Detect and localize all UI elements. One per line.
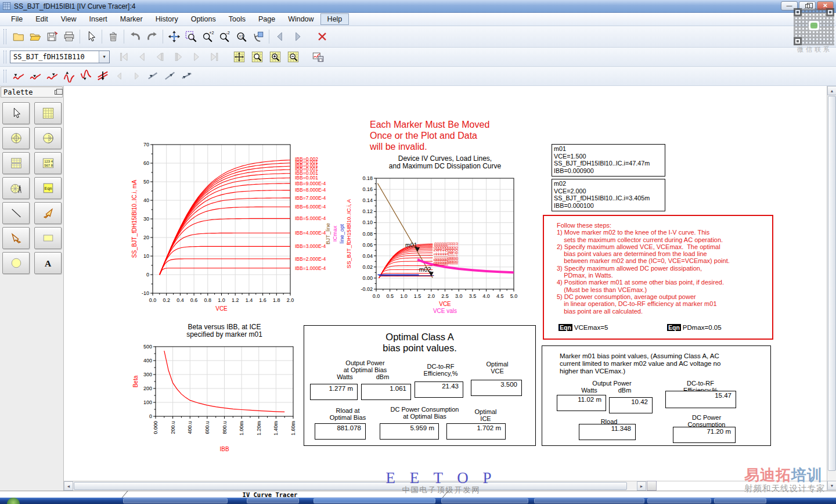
vertical-scrollbar[interactable]: ▲ ▼ (827, 86, 836, 491)
taskbar-app[interactable] (247, 498, 299, 503)
float-panel-icon[interactable] (55, 90, 60, 95)
grid-zoom-in-icon[interactable] (266, 49, 283, 65)
page-back-icon[interactable] (272, 28, 289, 45)
taskbar-app[interactable] (123, 498, 228, 503)
palette-stacked-plot-button[interactable] (2, 152, 30, 174)
palette-select-button[interactable] (2, 102, 30, 124)
svg-text:0.4: 0.4 (176, 297, 184, 303)
title-bar[interactable]: SS_BJT_fDH15IBl1 [IV Curve Tracer]:4 — ✕ (0, 0, 836, 13)
marker-gray2-icon[interactable] (161, 68, 178, 84)
palette-line-button[interactable] (2, 202, 30, 224)
toolbar-handle[interactable] (3, 51, 6, 63)
zoom-out-icon[interactable]: -2 (216, 28, 233, 45)
grid-zoom-area-icon[interactable] (248, 49, 265, 65)
palette-equation-button[interactable]: Eqn (34, 177, 62, 199)
marker-line-icon[interactable] (94, 68, 111, 84)
scroll-right-icon[interactable]: ► (637, 481, 646, 491)
menu-tools[interactable]: Tools (222, 14, 252, 24)
open-icon[interactable] (27, 28, 44, 45)
chevron-down-icon[interactable]: ▼ (99, 51, 109, 63)
vcemax-equation[interactable]: Eqn VCEmax=5 (558, 324, 608, 331)
zoom-reset-icon[interactable]: =1 (233, 28, 250, 45)
palette-arrow-ne-button[interactable] (34, 202, 62, 224)
vertical-scroll-thumb[interactable] (828, 96, 836, 471)
nav-first-icon[interactable] (116, 49, 132, 65)
zoom-area-icon[interactable] (182, 28, 199, 45)
scroll-left-icon[interactable]: ◄ (64, 481, 73, 491)
delete-x-icon[interactable] (314, 28, 330, 45)
iv-curves-chart[interactable]: 0.00.20.40.60.81.01.21.41.61.82.0-100102… (131, 137, 340, 311)
marker-m01-readout[interactable]: m01VCE=1.500SS_BJT_fDH15IBl10..IC.i=47.4… (552, 144, 665, 177)
taskbar-app[interactable] (647, 498, 711, 503)
nav-next-icon[interactable] (188, 49, 204, 65)
menu-page[interactable]: Page (252, 14, 282, 24)
marker-m1-icon[interactable] (10, 68, 27, 84)
os-taskbar[interactable] (0, 498, 836, 504)
menu-history[interactable]: History (149, 14, 185, 24)
palette-antenna-plot-button[interactable] (2, 177, 30, 199)
instructions-text-line: sets the maximum collector current durin… (557, 236, 730, 243)
menu-view[interactable]: View (55, 14, 83, 24)
grid-pan-icon[interactable] (230, 49, 247, 65)
menu-insert[interactable]: Insert (83, 14, 114, 24)
marker-gray1-icon[interactable] (145, 68, 161, 84)
pdmax-equation[interactable]: Eqn PDmax=0.05 (667, 324, 722, 331)
redo-icon[interactable] (143, 28, 160, 45)
start-button[interactable] (7, 498, 20, 504)
marker-peak-icon[interactable] (60, 68, 77, 84)
marker-gray3-icon[interactable] (178, 68, 195, 84)
undo-icon[interactable] (127, 28, 143, 45)
toolbar-handle[interactable] (3, 29, 6, 44)
save-icon[interactable] (44, 28, 60, 45)
palette-polar-plot-button[interactable] (2, 127, 30, 149)
palette-arrow-2-button[interactable] (2, 227, 30, 249)
pane-splitter[interactable] (647, 481, 657, 491)
new-icon[interactable] (10, 28, 27, 45)
plot-save-icon[interactable] (309, 49, 326, 65)
menu-file[interactable]: File (5, 14, 29, 24)
palette-circle-button[interactable] (2, 252, 30, 274)
marker-m3-icon[interactable] (44, 68, 60, 84)
nav-prev-end-icon[interactable] (152, 49, 168, 65)
taskbar-app[interactable] (714, 498, 766, 503)
print-icon[interactable] (60, 28, 77, 45)
dataset-dropdown[interactable]: SS_BJT_fDH15IB110 ▼ (10, 51, 110, 63)
page-forward-icon[interactable] (289, 28, 305, 45)
horizontal-scroll-thumb[interactable] (74, 482, 627, 490)
palette-text-button[interactable]: A (34, 252, 62, 274)
taskbar-app[interactable] (441, 498, 528, 503)
marker-dip-icon[interactable] (77, 68, 94, 84)
nav-last-icon[interactable] (206, 49, 222, 65)
menu-edit[interactable]: Edit (29, 14, 55, 24)
value-output-watts: 1.277 m (310, 384, 358, 400)
beta-chart[interactable]: Beta versus IBB, at ICEspecified by mark… (131, 322, 305, 456)
zoom-in-icon[interactable]: +2 (199, 28, 216, 45)
swap-view-icon[interactable] (250, 28, 266, 45)
menu-marker[interactable]: Marker (114, 14, 149, 24)
nav-next-end-icon[interactable] (170, 49, 186, 65)
nav-left-gray-icon[interactable] (111, 68, 128, 84)
marker-m2-icon[interactable] (27, 68, 44, 84)
menu-options[interactable]: Options (185, 14, 222, 24)
menu-window[interactable]: Window (282, 14, 320, 24)
palette-rectangle-button[interactable] (34, 227, 62, 249)
move-icon[interactable] (165, 28, 182, 45)
marker-m02-readout[interactable]: m02VCE=2.000SS_BJT_fDH15IBl10..IC.i=3.40… (552, 179, 665, 211)
display-canvas[interactable]: Each Marker Must Be MovedOnce or the Plo… (64, 86, 827, 481)
pointer-icon[interactable] (82, 28, 99, 45)
taskbar-app[interactable] (534, 498, 644, 503)
horizontal-scrollbar[interactable]: ◄ ► (64, 481, 647, 491)
menu-help[interactable]: Help (320, 13, 349, 25)
toolbar-handle[interactable] (3, 70, 6, 82)
loadline-chart[interactable]: Device IV Curves, Load Lines,and Maximum… (325, 154, 522, 322)
trash-icon[interactable] (105, 28, 121, 45)
palette-smith-chart-button[interactable] (34, 127, 62, 149)
nav-right-gray-icon[interactable] (128, 68, 145, 84)
taskbar-app[interactable] (314, 498, 435, 503)
palette-list-plot-button[interactable]: 123 4567 8 (34, 152, 62, 174)
scroll-up-icon[interactable]: ▲ (827, 86, 836, 95)
grid-zoom-out-icon[interactable] (284, 49, 301, 65)
nav-prev-icon[interactable] (134, 49, 150, 65)
palette-rect-plot-button[interactable] (34, 102, 62, 124)
palette-header[interactable]: Palette (1, 87, 63, 98)
